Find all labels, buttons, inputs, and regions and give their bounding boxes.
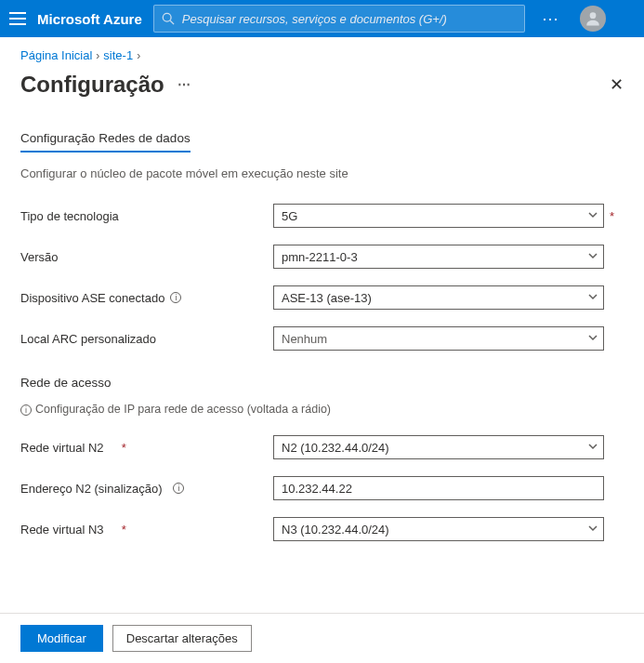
top-bar: Microsoft Azure ⋯ — [0, 0, 644, 37]
tech-value: 5G — [282, 209, 297, 223]
title-bar: Configuração ⋯ ✕ — [20, 72, 624, 98]
arc-label: Local ARC personalizado — [20, 332, 273, 346]
close-icon[interactable]: ✕ — [610, 74, 624, 95]
version-label: Versão — [20, 250, 273, 264]
n2net-select[interactable]: N2 (10.232.44.0/24) — [273, 435, 604, 459]
info-icon[interactable]: i — [173, 483, 184, 494]
person-icon — [584, 9, 602, 28]
page-description: Configurar o núcleo de pacote móvel em e… — [20, 166, 624, 180]
footer: Modificar Descartar alterações — [0, 613, 644, 663]
modify-button[interactable]: Modificar — [20, 625, 103, 652]
search-icon — [162, 12, 175, 25]
search-input[interactable] — [182, 12, 517, 26]
search-box[interactable] — [153, 5, 525, 33]
required-indicator: * — [122, 523, 126, 537]
more-icon[interactable]: ⋯ — [536, 8, 565, 29]
arc-select[interactable]: Nenhum — [273, 326, 604, 351]
breadcrumb-site[interactable]: site-1 — [103, 48, 133, 62]
discard-button[interactable]: Descartar alterações — [112, 625, 252, 652]
access-subdesc: iConfiguração de IP para rede de acesso … — [20, 403, 624, 416]
svg-point-0 — [163, 13, 171, 21]
arc-value: Nenhum — [282, 332, 327, 346]
brand-label: Microsoft Azure — [37, 11, 142, 27]
chevron-right-icon: › — [96, 49, 99, 62]
version-value: pmn-2211-0-3 — [282, 250, 358, 264]
row-n3net: Rede virtual N3 * N3 (10.232.44.0/24) — [20, 514, 624, 544]
row-n2addr: Endereço N2 (sinalização)i — [20, 473, 624, 503]
chevron-right-icon: › — [137, 49, 140, 62]
required-indicator: * — [610, 209, 614, 223]
row-arc: Local ARC personalizado Nenhum — [20, 324, 624, 353]
svg-point-2 — [589, 12, 596, 19]
title-more-icon[interactable]: ⋯ — [177, 77, 191, 92]
ase-select[interactable]: ASE-13 (ase-13) — [273, 285, 604, 310]
n3net-select[interactable]: N3 (10.232.44.0/24) — [273, 517, 604, 541]
version-select[interactable]: pmn-2211-0-3 — [273, 245, 604, 269]
breadcrumb: Página Inicial › site-1 › — [20, 48, 624, 62]
n3net-label: Rede virtual N3 * — [20, 523, 273, 537]
breadcrumb-home[interactable]: Página Inicial — [20, 48, 92, 62]
tab-config[interactable]: Configuração Redes de dados — [20, 126, 191, 152]
row-n2net: Rede virtual N2 * N2 (10.232.44.0/24) — [20, 432, 624, 462]
menu-icon[interactable] — [9, 12, 26, 25]
ase-value: ASE-13 (ase-13) — [282, 291, 372, 305]
page-title: Configuração — [20, 72, 164, 98]
n2net-label: Rede virtual N2 * — [20, 441, 273, 455]
n2net-value: N2 (10.232.44.0/24) — [282, 441, 389, 455]
tech-label: Tipo de tecnologia — [20, 209, 273, 223]
tech-select[interactable]: 5G — [273, 204, 604, 228]
tab-config-label: Configuração — [20, 131, 95, 145]
ase-label: Dispositivo ASE conectadoi — [20, 291, 273, 305]
svg-line-1 — [170, 20, 174, 24]
n2addr-input[interactable] — [273, 476, 604, 500]
n2addr-label: Endereço N2 (sinalização)i — [20, 482, 273, 496]
access-heading: Rede de acesso — [20, 376, 624, 390]
tab-data-networks-label: Redes de dados — [99, 131, 190, 145]
page-title-wrap: Configuração ⋯ — [20, 72, 191, 98]
row-ase: Dispositivo ASE conectadoi ASE-13 (ase-1… — [20, 283, 624, 312]
row-tech: Tipo de tecnologia 5G * — [20, 201, 624, 231]
info-icon[interactable]: i — [20, 404, 32, 416]
page-content: Página Inicial › site-1 › Configuração ⋯… — [0, 37, 644, 544]
row-version: Versão pmn-2211-0-3 — [20, 242, 624, 272]
tabs: Configuração Redes de dados — [20, 126, 624, 153]
n3net-value: N3 (10.232.44.0/24) — [282, 523, 389, 537]
avatar[interactable] — [580, 6, 606, 32]
required-indicator: * — [122, 441, 126, 455]
info-icon[interactable]: i — [170, 292, 181, 303]
